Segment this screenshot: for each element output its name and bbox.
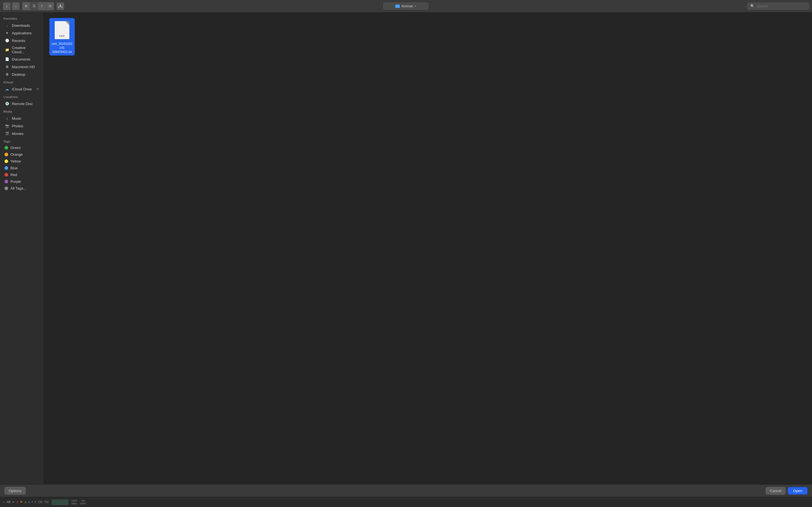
desktop-icon: 🖥	[4, 72, 10, 77]
search-icon: 🔍	[750, 4, 755, 8]
sidebar-item-red[interactable]: Red	[1, 172, 42, 178]
sidebar-item-label: Red	[10, 173, 39, 177]
recents-icon: 🕐	[4, 38, 10, 43]
sidebar-item-label: Downloads	[12, 23, 39, 27]
location-dropdown[interactable]: license ▾	[383, 3, 428, 10]
content-area[interactable]: TXT cert_20191022141328476421.txt	[44, 12, 812, 485]
file-icon: TXT	[53, 20, 71, 41]
sidebar-item-purple[interactable]: Purple	[1, 178, 42, 185]
toolbar: ‹ › ⊞ ☰ ⫴ ⊟ license ▾ 🔍	[0, 0, 812, 12]
sidebar-item-applications[interactable]: ✦ Applications	[1, 29, 42, 37]
status-icon-3: ✦	[12, 501, 14, 504]
status-chart	[52, 499, 68, 505]
file-icon-paper: TXT	[55, 21, 69, 39]
back-button[interactable]: ‹	[3, 2, 11, 10]
green-tag-dot	[4, 146, 8, 150]
blue-tag-dot	[4, 166, 8, 170]
applications-icon: ✦	[4, 31, 10, 36]
mbs-label: MB/s	[71, 502, 77, 505]
view-columns-button[interactable]: ⫴	[38, 2, 46, 10]
sidebar-item-label: Macintosh HD	[12, 65, 39, 69]
sidebar-item-green[interactable]: Green	[1, 145, 42, 151]
sidebar-item-movies[interactable]: 🎬 Movies	[1, 130, 42, 137]
orange-tag-dot	[4, 153, 8, 156]
file-item-cert[interactable]: TXT cert_20191022141328476421.txt	[49, 18, 75, 55]
sidebar-item-blue[interactable]: Blue	[1, 165, 42, 171]
movies-icon: 🎬	[4, 131, 10, 136]
status-icons: ✓ AB ✦ ✕ ⚑ ⚠ ℹ 4 8 236 750	[3, 501, 49, 504]
iops-group: IOPS MB/s	[71, 499, 78, 505]
main-area: Favorites ↓ Downloads ✦ Applications 🕐 R…	[0, 12, 812, 485]
sidebar-item-recents[interactable]: 🕐 Recents	[1, 37, 42, 44]
search-input[interactable]	[756, 4, 806, 8]
sidebar-item-remote-disc[interactable]: 💿 Remote Disc	[1, 100, 42, 107]
locations-section-label: Locations	[0, 93, 43, 100]
bottom-bar: Options Cancel Open	[0, 485, 812, 497]
macintosh-hd-icon: 🖥	[4, 64, 10, 69]
location-name: license	[402, 4, 413, 8]
sidebar-item-documents[interactable]: 📄 Documents	[1, 55, 42, 63]
red-tag-dot	[4, 173, 8, 177]
sidebar: Favorites ↓ Downloads ✦ Applications 🕐 R…	[0, 12, 44, 485]
sidebar-item-label: Photos	[12, 124, 39, 128]
status-icon-5: ⚑	[20, 501, 22, 504]
media-section-label: Media	[0, 108, 43, 114]
sidebar-item-label: iCloud Drive	[12, 87, 34, 91]
remote-disc-icon: 💿	[4, 101, 10, 106]
all-tags-dot	[4, 186, 8, 190]
folder-icon	[395, 4, 400, 8]
status-icon-4: ✕	[16, 501, 18, 504]
yellow-tag-dot	[4, 159, 8, 163]
sidebar-item-icloud-drive[interactable]: ☁ iCloud Drive ⟳	[1, 86, 42, 93]
sidebar-item-label: Documents	[12, 57, 39, 61]
file-name: cert_20191022141328476421.txt	[51, 42, 73, 54]
status-icon-1: ✓	[3, 501, 5, 504]
tags-section-label: Tags	[0, 137, 43, 144]
svg-marker-3	[59, 4, 61, 7]
status-icon-7: ℹ	[29, 501, 30, 504]
sidebar-item-label: Recents	[12, 39, 39, 43]
nav-buttons: ‹ ›	[3, 2, 20, 10]
sidebar-item-label: Music	[12, 116, 39, 121]
iops-label: IOPS	[71, 499, 78, 502]
sidebar-item-macintosh-hd[interactable]: 🖥 Macintosh HD	[1, 63, 42, 70]
cancel-button[interactable]: Cancel	[766, 487, 785, 495]
sidebar-item-all-tags[interactable]: All Tags...	[1, 185, 42, 191]
tier-label: Tier	[81, 499, 85, 502]
sidebar-item-label: Green	[10, 146, 39, 150]
icloud-status-icon: ⟳	[36, 87, 39, 91]
icloud-section-label: iCloud	[0, 78, 43, 85]
sidebar-item-music[interactable]: ♪ Music	[1, 115, 42, 122]
sidebar-item-creative-cloud[interactable]: 📁 Creative Cloud...	[1, 45, 42, 55]
status-numbers: 4 8 236 750	[31, 501, 49, 504]
view-list-button[interactable]: ☰	[30, 2, 38, 10]
dropdown-chevron-icon: ▾	[415, 4, 416, 8]
svg-rect-2	[62, 6, 63, 8]
view-icons-button[interactable]: ⊞	[22, 2, 30, 10]
tier-iops-label: IOPS	[80, 502, 86, 505]
open-button[interactable]: Open	[788, 487, 808, 495]
sidebar-item-desktop[interactable]: 🖥 Desktop	[1, 71, 42, 78]
bottom-right: Cancel Open	[766, 487, 808, 495]
forward-button[interactable]: ›	[12, 2, 20, 10]
sidebar-item-label: Purple	[10, 179, 39, 184]
status-bar: ✓ AB ✦ ✕ ⚑ ⚠ ℹ 4 8 236 750 IOPS MB/s Tie…	[0, 497, 812, 507]
options-button[interactable]: Options	[4, 487, 26, 495]
view-gallery-button[interactable]: ⊟	[46, 2, 54, 10]
documents-icon: 📄	[4, 57, 10, 62]
tier-group: Tier IOPS	[80, 499, 86, 505]
sidebar-item-photos[interactable]: 📷 Photos	[1, 122, 42, 129]
sidebar-item-label: Creative Cloud...	[12, 46, 39, 54]
sidebar-item-label: Desktop	[12, 72, 39, 76]
sidebar-item-yellow[interactable]: Yellow	[1, 158, 42, 165]
creative-cloud-icon: 📁	[4, 47, 10, 52]
sidebar-item-label: Movies	[12, 131, 39, 136]
music-icon: ♪	[4, 116, 10, 121]
svg-rect-1	[58, 6, 59, 8]
share-button[interactable]	[56, 2, 64, 10]
sidebar-item-label: Yellow	[10, 159, 39, 163]
sidebar-item-label: Remote Disc	[12, 102, 39, 106]
sidebar-item-orange[interactable]: Orange	[1, 151, 42, 158]
bottom-left: Options	[4, 487, 26, 495]
sidebar-item-downloads[interactable]: ↓ Downloads	[1, 22, 42, 29]
